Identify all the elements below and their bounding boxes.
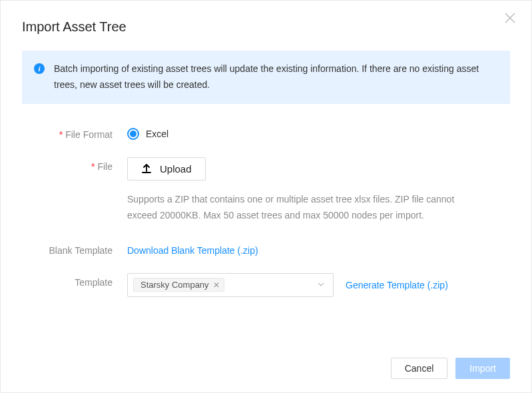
- modal-title: Import Asset Tree: [22, 19, 510, 35]
- file-format-control: Excel: [127, 125, 510, 140]
- modal-footer: Cancel Import: [391, 358, 510, 379]
- file-control: Upload Supports a ZIP that contains one …: [127, 157, 510, 224]
- alert-text: Batch importing of existing asset trees …: [54, 61, 498, 93]
- excel-radio-label: Excel: [146, 129, 168, 139]
- import-form: File Format Excel File Upload Supports a…: [1, 117, 531, 297]
- upload-button[interactable]: Upload: [127, 157, 206, 181]
- file-format-radio-group: Excel: [127, 125, 510, 140]
- file-format-row: File Format Excel: [22, 125, 510, 140]
- template-tag: Starsky Company ✕: [133, 278, 224, 292]
- file-row: File Upload Supports a ZIP that contains…: [22, 157, 510, 224]
- template-select[interactable]: Starsky Company ✕: [127, 273, 334, 297]
- download-blank-template-link[interactable]: Download Blank Template (.zip): [127, 241, 258, 256]
- close-button[interactable]: [502, 11, 518, 27]
- template-tag-label: Starsky Company: [140, 280, 209, 290]
- upload-icon: [141, 163, 152, 174]
- excel-radio[interactable]: [127, 128, 139, 140]
- import-button[interactable]: Import: [455, 358, 510, 379]
- template-row: Template Starsky Company ✕ Generate Temp…: [22, 273, 510, 297]
- template-control: Starsky Company ✕ Generate Template (.zi…: [127, 273, 510, 297]
- upload-button-label: Upload: [160, 163, 192, 175]
- blank-template-label: Blank Template: [22, 241, 127, 256]
- modal-header: Import Asset Tree: [1, 1, 531, 35]
- close-icon: [504, 12, 516, 27]
- generate-template-link[interactable]: Generate Template (.zip): [346, 280, 448, 290]
- tag-remove-icon[interactable]: ✕: [213, 280, 220, 290]
- info-alert: i Batch importing of existing asset tree…: [22, 51, 510, 104]
- blank-template-control: Download Blank Template (.zip): [127, 241, 510, 256]
- blank-template-row: Blank Template Download Blank Template (…: [22, 241, 510, 256]
- cancel-button[interactable]: Cancel: [391, 358, 448, 379]
- info-icon: i: [34, 63, 45, 74]
- file-format-label: File Format: [22, 125, 127, 140]
- template-label: Template: [22, 273, 127, 288]
- import-asset-tree-modal: Import Asset Tree i Batch importing of e…: [0, 0, 532, 393]
- file-label: File: [22, 157, 127, 172]
- file-help-text: Supports a ZIP that contains one or mult…: [127, 191, 487, 224]
- chevron-down-icon: [317, 280, 325, 290]
